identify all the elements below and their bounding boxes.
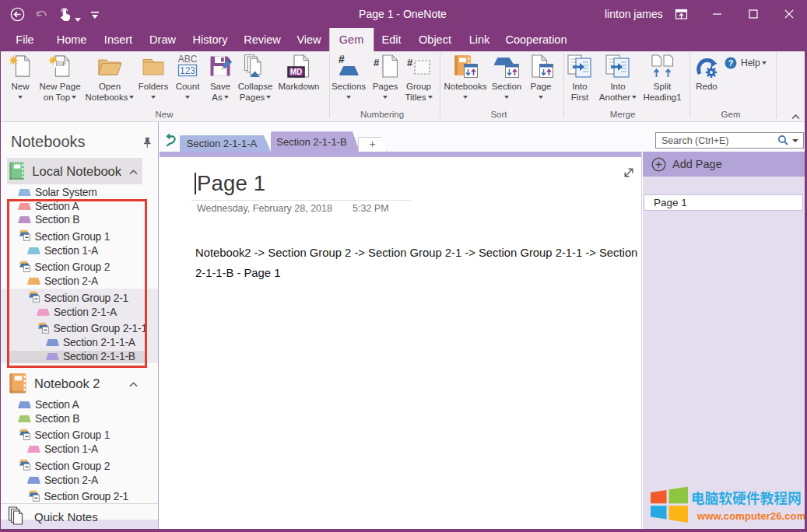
- add-page-button[interactable]: Add Page: [643, 152, 805, 177]
- section-tab-label: Section 2-1-1-A: [180, 135, 264, 152]
- ribbon-tab-link[interactable]: Link: [459, 28, 500, 51]
- ribbon-button-redo[interactable]: Redo: [689, 54, 724, 93]
- section-item-solar-system[interactable]: Solar System: [1, 186, 158, 200]
- section-item-section-2-a[interactable]: Section 2-A: [1, 275, 158, 289]
- section-item-section-a[interactable]: Section A: [1, 200, 158, 214]
- minimize-button[interactable]: [704, 0, 731, 28]
- ribbon-button-sort-notebooks[interactable]: Notebooks: [439, 54, 492, 99]
- sort-page-icon: [524, 54, 558, 80]
- ribbon-tab-view[interactable]: View: [286, 28, 331, 51]
- ribbon-button-number-group-titles[interactable]: #GroupTitles: [398, 54, 440, 103]
- ribbon-tab-edit[interactable]: Edit: [372, 28, 412, 51]
- pin-icon[interactable]: [142, 137, 153, 152]
- ribbon-button-number-sections[interactable]: #Sections: [326, 54, 371, 99]
- section-tab-section-2-1-1-b[interactable]: Section 2-1-1-B: [271, 131, 360, 152]
- collapse-ribbon-icon[interactable]: [788, 112, 802, 121]
- page-time: 5:32 PM: [353, 203, 389, 214]
- ribbon-button-label: Section: [486, 82, 528, 93]
- page-canvas[interactable]: Page 1 Wednesday, February 28, 2018 5:32…: [160, 152, 642, 529]
- ribbon-button-label: Notebooks: [81, 93, 139, 103]
- section-item-section-2-1-1-b[interactable]: Section 2-1-1-B: [1, 350, 158, 364]
- ribbon-button-markdown[interactable]: MDMarkdown: [269, 54, 328, 93]
- sort-notebooks-icon: [439, 54, 492, 80]
- ribbon-group-separator: [563, 53, 564, 118]
- ribbon-button-open-notebooks[interactable]: OpenNotebooks: [81, 54, 139, 103]
- page-body-text[interactable]: Notebook2 -> Section Group 2 -> Section …: [195, 243, 637, 283]
- section-icon: [27, 278, 40, 285]
- ribbon-button-merge-into-first[interactable]: IntoFirst: [563, 54, 597, 103]
- ribbon-tab-insert[interactable]: Insert: [94, 28, 142, 51]
- ribbon-tab-home[interactable]: Home: [47, 28, 97, 51]
- section-item-section-a[interactable]: Section A: [1, 398, 158, 412]
- collapse-notebook-icon[interactable]: [129, 170, 138, 175]
- ribbon-tab-cooperation[interactable]: Cooperation: [496, 28, 577, 51]
- collapse-notebook-icon[interactable]: [129, 382, 138, 387]
- ribbon-button-new-page-on-top[interactable]: TOPNew Pageon Top: [34, 54, 86, 103]
- ribbon-tab-review[interactable]: Review: [233, 28, 291, 51]
- section-label: Section 2-A: [44, 474, 98, 486]
- ribbon-group-label: Numbering: [360, 110, 404, 119]
- ribbon-button-new[interactable]: New: [2, 54, 38, 99]
- new-page-icon: [2, 54, 38, 80]
- add-page-label: Add Page: [672, 158, 722, 170]
- full-page-view-icon[interactable]: [623, 166, 635, 182]
- ribbon-button-label: Into: [563, 82, 597, 93]
- navigate-back-icon[interactable]: [163, 134, 176, 151]
- section-item-section-2-1-1-a[interactable]: Section 2-1-1-A: [1, 336, 158, 350]
- section-label: Section B: [35, 413, 79, 425]
- onenote-window: Page 1 - OneNote linton james FileHomeIn…: [0, 0, 807, 532]
- close-button[interactable]: [776, 0, 802, 28]
- section-item-section-2-a[interactable]: Section 2-A: [1, 474, 158, 488]
- ribbon-button-sort-page[interactable]: Page: [524, 54, 558, 99]
- search-scope-dropdown-icon[interactable]: [792, 139, 798, 142]
- dropdown-arrow-icon: [224, 96, 229, 99]
- ribbon-button-label: on Top: [34, 93, 86, 103]
- section-item-section-b[interactable]: Section B: [1, 412, 158, 426]
- ribbon-tab-object[interactable]: Object: [409, 28, 461, 51]
- notebook-header-notebook-2[interactable]: Notebook 2: [1, 370, 158, 397]
- search-input[interactable]: Search (Ctrl+E): [661, 135, 777, 146]
- ribbon-tab-gem[interactable]: Gem: [329, 28, 374, 51]
- ribbon-button-split-heading1[interactable]: SplitHeading1: [637, 54, 688, 103]
- section-item-section-1-a[interactable]: Section 1-A: [1, 443, 158, 457]
- ribbon-tab-history[interactable]: History: [182, 28, 237, 51]
- notebook-header-local-notebook[interactable]: Local Notebook: [1, 158, 158, 184]
- redo-icon: [689, 54, 724, 80]
- section-group-item-section-group-2[interactable]: Section Group 2: [1, 457, 158, 474]
- section-group-item-section-group-2[interactable]: Section Group 2: [1, 257, 158, 275]
- ribbon-button-label: Another: [594, 93, 642, 103]
- new-section-tab-button[interactable]: +: [358, 137, 387, 152]
- section-item-section-2-1-a[interactable]: Section 2-1-A: [1, 306, 158, 320]
- page-title[interactable]: Page 1: [197, 171, 265, 196]
- section-group-item-section-group-2-1-1[interactable]: Section Group 2-1-1: [1, 319, 158, 336]
- section-item-section-1-a[interactable]: Section 1-A: [1, 244, 158, 258]
- full-screen-icon[interactable]: [668, 0, 694, 28]
- quick-notes-icon: [8, 506, 26, 527]
- ribbon-tab-file[interactable]: File: [5, 28, 44, 51]
- section-list: Solar SystemSection ASection BSection Gr…: [1, 186, 158, 363]
- section-tab-section-2-1-1-a[interactable]: Section 2-1-1-A: [180, 135, 271, 152]
- quick-notes-item[interactable]: Quick Notes: [1, 505, 158, 528]
- section-group-item-section-group-1[interactable]: Section Group 1: [1, 425, 158, 443]
- help-label: Help: [741, 58, 760, 68]
- ribbon-button-sort-section[interactable]: Section: [486, 54, 528, 99]
- maximize-button[interactable]: [740, 0, 767, 28]
- section-group-item-section-group-2-1[interactable]: Section Group 2-1: [1, 487, 158, 504]
- ribbon-button-merge-into-another[interactable]: IntoAnother: [594, 54, 642, 103]
- section-item-section-b[interactable]: Section B: [1, 213, 158, 227]
- svg-text:#: #: [374, 57, 380, 68]
- help-button[interactable]: ? Help: [725, 57, 767, 69]
- svg-text:?: ?: [728, 58, 734, 68]
- section-group-item-section-group-2-1[interactable]: Section Group 2-1: [1, 289, 158, 306]
- page-list-item[interactable]: Page 1: [644, 194, 803, 211]
- dropdown-arrow-icon: [539, 96, 543, 99]
- svg-text:ABC: ABC: [178, 54, 198, 65]
- section-icon: [37, 309, 50, 316]
- ribbon-button-label: Redo: [689, 82, 724, 93]
- section-group-item-section-group-1[interactable]: Section Group 1: [1, 227, 158, 244]
- ribbon-tab-draw[interactable]: Draw: [139, 28, 186, 51]
- signed-in-user[interactable]: linton james: [605, 0, 663, 28]
- ribbon-button-label: Notebooks: [439, 82, 492, 93]
- search-icon[interactable]: [777, 135, 789, 146]
- search-box[interactable]: Search (Ctrl+E): [655, 132, 804, 149]
